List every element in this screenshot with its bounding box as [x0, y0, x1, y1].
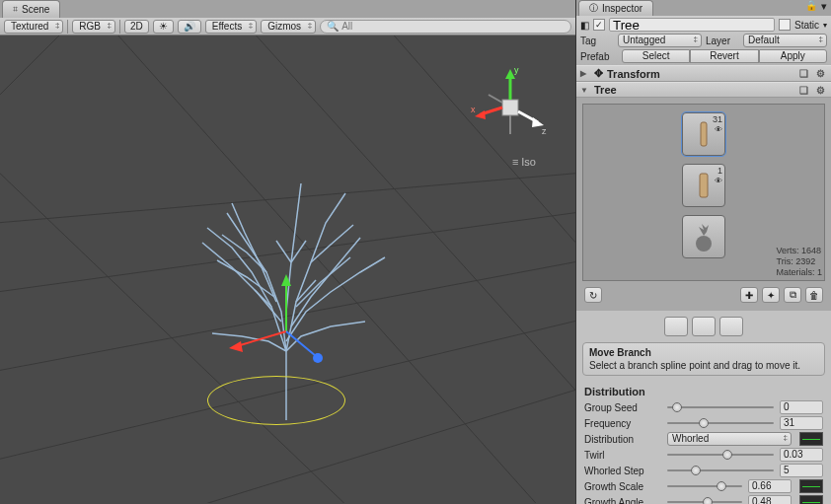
component-title: Transform [607, 68, 660, 80]
gameobject-icon: ◧ [580, 20, 589, 31]
tree-stats: Verts: 1648 Tris: 2392 Materials: 1 [776, 246, 822, 278]
edit-mode-buttons [576, 311, 831, 342]
freehand-mode-button[interactable] [719, 317, 743, 336]
property-value[interactable]: 5 [780, 464, 823, 477]
property-row: DistributionWhorled [576, 431, 831, 447]
audio-toggle[interactable]: 🔊 [178, 20, 201, 34]
tab-scene[interactable]: ⌗ Scene [2, 0, 60, 18]
property-slider[interactable] [667, 496, 742, 504]
svg-rect-26 [700, 174, 708, 197]
search-input[interactable]: 🔍 All [320, 20, 571, 34]
tree-component-header[interactable]: ▼ Tree ❏ ⚙ [576, 82, 831, 98]
shading-dropdown[interactable]: Textured [4, 20, 63, 34]
property-label: Frequency [584, 418, 661, 429]
property-value[interactable]: 0.48 [748, 495, 792, 504]
scene-toolbar: Textured RGB 2D ☀ 🔊 Effects Gizmos 🔍 All [0, 18, 575, 36]
help-icon[interactable]: ❏ [797, 68, 810, 79]
rotate-mode-button[interactable] [692, 317, 716, 336]
property-row: Growth Scale0.66 [576, 478, 831, 494]
panel-menu-icon[interactable]: ▾ [817, 0, 831, 16]
name-field[interactable] [609, 18, 775, 32]
add-branch-button[interactable]: ✦ [762, 287, 780, 303]
scene-viewport[interactable]: y x z ≡ Iso [0, 36, 575, 504]
svg-point-27 [696, 236, 712, 252]
layer-dropdown[interactable]: Default [743, 34, 827, 47]
duplicate-button[interactable]: ⧉ [784, 287, 801, 303]
lock-icon[interactable]: 🔒 [805, 0, 817, 16]
tab-label: Inspector [602, 3, 642, 14]
inspector-header: ◧ ✓ Static ▾ Tag Untagged Layer Default … [576, 16, 831, 65]
property-label: Growth Angle [584, 497, 661, 505]
gear-icon[interactable]: ⚙ [814, 68, 827, 79]
scene-tab-row: ⌗ Scene [0, 0, 575, 18]
svg-point-15 [313, 353, 323, 363]
gear-icon[interactable]: ⚙ [814, 85, 827, 96]
property-row: Frequency31 [576, 415, 831, 431]
property-label: Group Seed [584, 402, 661, 413]
prefab-revert-button[interactable]: Revert [690, 49, 758, 63]
gizmos-dropdown[interactable]: Gizmos [261, 20, 316, 34]
hint-body: Select a branch spline point and drag to… [589, 360, 818, 371]
root-node[interactable] [682, 215, 725, 258]
property-slider[interactable] [667, 401, 774, 413]
effects-dropdown[interactable]: Effects [205, 20, 257, 34]
help-icon[interactable]: ❏ [797, 85, 810, 96]
property-slider[interactable] [667, 417, 774, 429]
selection-ellipse [207, 376, 345, 425]
lighting-toggle[interactable]: ☀ [153, 20, 174, 34]
property-value[interactable]: 0.03 [780, 448, 823, 462]
visibility-icon[interactable]: 👁 [715, 177, 722, 185]
prefab-select-button[interactable]: Select [622, 49, 690, 63]
property-row: Twirl0.03 [576, 447, 831, 463]
prefab-apply-button[interactable]: Apply [759, 49, 827, 63]
svg-rect-16 [502, 100, 518, 115]
transform-component-header[interactable]: ▶ ✥ Transform ❏ ⚙ [576, 65, 831, 82]
static-label: Static [794, 20, 819, 31]
search-placeholder: All [341, 21, 352, 32]
refresh-button[interactable]: ↻ [584, 287, 602, 303]
prefab-label: Prefab [580, 51, 618, 62]
chevron-down-icon: ▼ [580, 86, 590, 95]
tag-dropdown[interactable]: Untagged [618, 34, 702, 47]
curve-preview[interactable] [799, 432, 823, 446]
svg-line-24 [489, 95, 502, 103]
axis-z-label: z [542, 126, 547, 136]
orientation-gizmo[interactable]: y x z [471, 65, 550, 154]
static-dropdown-icon[interactable]: ▾ [823, 21, 827, 30]
tree-node-graph[interactable]: 31 👁 1 👁 Verts: 1648 Tris: 2392 Material… [582, 104, 825, 281]
projection-label[interactable]: ≡ Iso [512, 156, 536, 168]
static-checkbox[interactable] [779, 19, 791, 31]
layer-label: Layer [706, 36, 739, 46]
svg-line-5 [0, 36, 59, 95]
svg-marker-20 [475, 110, 486, 119]
separator [67, 20, 68, 34]
inspector-icon: ⓘ [589, 2, 598, 15]
distribution-dropdown[interactable]: Whorled [667, 432, 792, 446]
curve-preview[interactable] [799, 495, 823, 504]
property-value[interactable]: 0.66 [748, 479, 792, 493]
visibility-icon[interactable]: 👁 [715, 125, 722, 134]
property-slider[interactable] [667, 480, 742, 492]
trunk-group-node[interactable]: 1 👁 [682, 164, 725, 207]
svg-line-14 [286, 331, 316, 356]
distribution-properties: Group Seed0Frequency31DistributionWhorle… [576, 399, 831, 504]
property-slider[interactable] [667, 449, 774, 461]
move-mode-button[interactable] [664, 317, 688, 336]
component-title: Tree [594, 84, 617, 96]
hint-box: Move Branch Select a branch spline point… [582, 342, 825, 376]
delete-button[interactable]: 🗑 [805, 287, 823, 303]
branch-group-node[interactable]: 31 👁 [682, 112, 725, 156]
curve-preview[interactable] [799, 479, 823, 493]
tree-node-toolbar: ↻ ✚ ✦ ⧉ 🗑 [582, 285, 825, 305]
svg-rect-25 [701, 122, 707, 146]
enabled-checkbox[interactable]: ✓ [593, 19, 605, 31]
property-slider[interactable] [667, 465, 774, 476]
add-leaf-button[interactable]: ✚ [740, 287, 758, 303]
scene-icon: ⌗ [13, 4, 18, 15]
property-value[interactable]: 0 [780, 400, 823, 414]
render-mode-dropdown[interactable]: RGB [72, 20, 115, 34]
property-value[interactable]: 31 [780, 416, 823, 430]
tab-inspector[interactable]: ⓘ Inspector [578, 0, 653, 16]
inspector-panel: ⓘ Inspector 🔒 ▾ ◧ ✓ Static ▾ Tag Untagge… [576, 0, 831, 504]
view-2d-toggle[interactable]: 2D [124, 20, 149, 34]
